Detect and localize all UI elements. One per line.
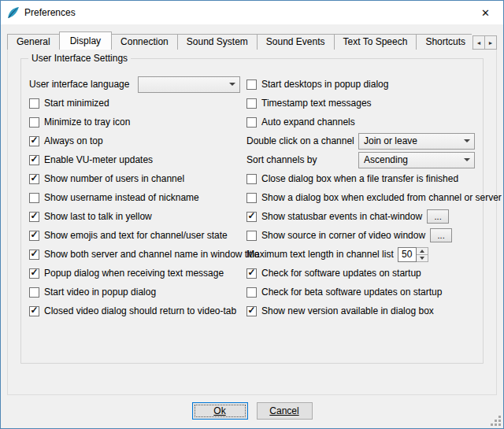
tab-page-display: User Interface Settings User interface l…: [7, 49, 497, 395]
double-click-on-a-channel-label: Double click on a channel: [246, 135, 354, 146]
settings-row: ✓Show both server and channel name in wi…: [29, 245, 240, 264]
closed-video-dialog-should-return-to-video-tab-checkbox[interactable]: ✓: [29, 306, 39, 316]
settings-row: ✓Always on top: [29, 131, 240, 150]
settings-row: Show source in corner of video window...: [246, 226, 475, 245]
tab-general[interactable]: General: [7, 34, 60, 50]
show-source-in-corner-of-video-window-label[interactable]: Show source in corner of video window: [261, 230, 425, 241]
spinbox-value[interactable]: 50: [398, 247, 417, 262]
settings-row: ✓Check for software updates on startup: [246, 264, 475, 283]
show-both-server-and-channel-name-in-window-title-checkbox[interactable]: ✓: [29, 250, 39, 260]
timestamp-text-messages-label[interactable]: Timestamp text messages: [261, 98, 372, 109]
show-a-dialog-box-when-excluded-from-channel-or-server-label[interactable]: Show a dialog box when excluded from cha…: [261, 192, 502, 203]
tab-scroll: ◄ ►: [472, 35, 497, 50]
show-emojis-and-text-for-channel-user-state-checkbox[interactable]: ✓: [29, 231, 39, 241]
start-desktops-in-popup-dialog-label[interactable]: Start desktops in popup dialog: [261, 79, 388, 90]
check-for-beta-software-updates-on-startup-checkbox[interactable]: [246, 287, 257, 298]
tab-connection[interactable]: Connection: [111, 34, 178, 50]
popup-dialog-when-receiving-text-message-label[interactable]: Popup dialog when receiving text message: [44, 268, 224, 279]
spin-down-button[interactable]: [417, 255, 428, 261]
show-username-instead-of-nickname-label[interactable]: Show username instead of nickname: [44, 192, 199, 203]
maximum-text-length-in-channel-list-spinbox[interactable]: 50: [398, 247, 428, 262]
tab-scroll-left-button[interactable]: ◄: [472, 35, 485, 50]
settings-row: ✓Enable VU-meter updates: [29, 150, 240, 169]
timestamp-text-messages-checkbox[interactable]: [246, 98, 257, 109]
sort-channels-by-label: Sort channels by: [246, 154, 317, 165]
tab-scroll-right-button[interactable]: ►: [484, 35, 497, 50]
check-for-beta-software-updates-on-startup-label[interactable]: Check for beta software updates on start…: [261, 287, 442, 298]
show-a-dialog-box-when-excluded-from-channel-or-server-checkbox[interactable]: [246, 193, 257, 203]
cancel-button[interactable]: Cancel: [257, 402, 313, 420]
checkmark-icon: ✓: [247, 305, 255, 315]
popup-dialog-when-receiving-text-message-checkbox[interactable]: ✓: [29, 268, 39, 279]
enable-vu-meter-updates-label[interactable]: Enable VU-meter updates: [44, 154, 153, 165]
show-last-to-talk-in-yellow-checkbox[interactable]: ✓: [29, 212, 39, 222]
tab-display[interactable]: Display: [59, 31, 112, 50]
always-on-top-label[interactable]: Always on top: [44, 135, 103, 146]
checkmark-icon: ✓: [30, 249, 38, 258]
checkmark-icon: ✓: [30, 135, 38, 145]
maximum-text-length-in-channel-list-label: Maximum text length in channel list: [246, 249, 394, 260]
user-interface-language-label: User interface language: [29, 79, 138, 90]
start-minimized-label[interactable]: Start minimized: [44, 98, 109, 109]
tab-shortcuts[interactable]: Shortcuts: [416, 34, 472, 50]
settings-row: ✓Show number of users in channel: [29, 169, 240, 188]
settings-row: Maximum text length in channel list50: [246, 245, 475, 264]
auto-expand-channels-checkbox[interactable]: [246, 117, 257, 128]
ok-button[interactable]: Ok: [192, 402, 248, 420]
closed-video-dialog-should-return-to-video-tab-label[interactable]: Closed video dialog should return to vid…: [44, 305, 236, 316]
show-statusbar-events-in-chat-window-more-button[interactable]: ...: [427, 209, 449, 224]
checkmark-icon: ✓: [30, 268, 38, 277]
show-source-in-corner-of-video-window-checkbox[interactable]: [246, 231, 257, 241]
start-desktops-in-popup-dialog-checkbox[interactable]: [246, 80, 257, 90]
settings-row: Double click on a channelJoin or leave: [246, 131, 475, 150]
resize-grip[interactable]: [491, 416, 502, 427]
show-number-of-users-in-channel-checkbox[interactable]: ✓: [29, 174, 39, 184]
close-dialog-box-when-a-file-transfer-is-finished-label[interactable]: Close dialog box when a file transfer is…: [261, 173, 458, 184]
show-new-version-available-in-dialog-box-checkbox[interactable]: ✓: [246, 306, 257, 316]
checkmark-icon: ✓: [247, 211, 255, 220]
enable-vu-meter-updates-checkbox[interactable]: ✓: [29, 155, 39, 165]
settings-row: Close dialog box when a file transfer is…: [246, 169, 475, 188]
minimize-to-tray-icon-checkbox[interactable]: [29, 117, 39, 128]
double-click-on-a-channel-combobox[interactable]: Join or leave: [358, 133, 475, 150]
close-dialog-box-when-a-file-transfer-is-finished-checkbox[interactable]: [246, 174, 257, 184]
show-last-to-talk-in-yellow-label[interactable]: Show last to talk in yellow: [44, 211, 152, 222]
settings-row: Minimize to tray icon: [29, 113, 240, 131]
settings-columns: User interface languageStart minimizedMi…: [21, 59, 483, 320]
checkmark-icon: ✓: [30, 154, 38, 164]
app-icon: [6, 6, 20, 20]
chevron-down-icon: [460, 153, 474, 168]
start-video-in-popup-dialog-checkbox[interactable]: [29, 287, 39, 298]
settings-row: Auto expand channels: [246, 113, 475, 131]
show-new-version-available-in-dialog-box-label[interactable]: Show new version available in dialog box: [261, 305, 434, 316]
user-interface-language-combobox[interactable]: [138, 76, 240, 93]
show-emojis-and-text-for-channel-user-state-label[interactable]: Show emojis and text for channel/user st…: [44, 230, 228, 241]
show-number-of-users-in-channel-label[interactable]: Show number of users in channel: [44, 173, 184, 184]
always-on-top-checkbox[interactable]: ✓: [29, 136, 39, 146]
show-both-server-and-channel-name-in-window-title-label[interactable]: Show both server and channel name in win…: [44, 249, 260, 260]
tab-sound-events[interactable]: Sound Events: [257, 34, 335, 50]
minimize-to-tray-icon-label[interactable]: Minimize to tray icon: [44, 116, 130, 128]
settings-row: ✓Closed video dialog should return to vi…: [29, 301, 240, 320]
checkmark-icon: ✓: [30, 173, 38, 183]
sort-channels-by-combobox[interactable]: Ascending: [358, 152, 475, 168]
spin-up-button[interactable]: [417, 248, 428, 255]
tab-sound-system[interactable]: Sound System: [177, 34, 258, 50]
show-statusbar-events-in-chat-window-label[interactable]: Show statusbar events in chat-window: [261, 211, 422, 222]
show-statusbar-events-in-chat-window-checkbox[interactable]: ✓: [246, 212, 257, 222]
show-source-in-corner-of-video-window-more-button[interactable]: ...: [430, 228, 452, 242]
tab-text-to-speech[interactable]: Text To Speech: [334, 34, 417, 50]
start-minimized-checkbox[interactable]: [29, 98, 39, 109]
settings-row: ✓Show last to talk in yellow: [29, 207, 240, 226]
settings-row: ✓Show new version available in dialog bo…: [246, 301, 475, 320]
start-video-in-popup-dialog-label[interactable]: Start video in popup dialog: [44, 287, 156, 298]
checkmark-icon: ✓: [30, 305, 38, 315]
settings-row: Start desktops in popup dialog: [246, 75, 475, 94]
show-username-instead-of-nickname-checkbox[interactable]: [29, 193, 39, 203]
close-button[interactable]: ✕: [468, 1, 503, 24]
auto-expand-channels-label[interactable]: Auto expand channels: [261, 116, 355, 128]
settings-column-right: Start desktops in popup dialogTimestamp …: [246, 75, 475, 320]
check-for-software-updates-on-startup-label[interactable]: Check for software updates on startup: [261, 268, 421, 279]
check-for-software-updates-on-startup-checkbox[interactable]: ✓: [246, 268, 257, 279]
preferences-dialog: Preferences ✕ GeneralDisplayConnectionSo…: [0, 0, 504, 429]
